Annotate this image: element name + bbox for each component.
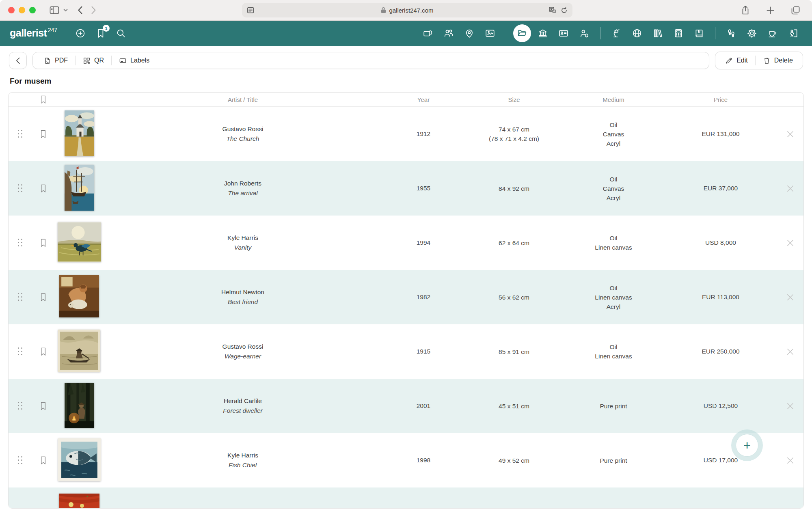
table-row[interactable]: Kyle Harris Fish Chief 1998 49 x 52 cm P… [9,433,803,487]
nav-logout[interactable] [784,24,802,42]
artist-name: Gustavo Rossi [104,124,381,134]
users-icon [443,28,454,39]
minimize-window-button[interactable] [19,7,25,13]
column-artist-title: Artist / Title [104,96,381,103]
nav-id-cards[interactable] [555,24,572,42]
drag-handle-icon[interactable] [18,402,23,410]
nav-settings[interactable] [743,24,761,42]
column-size: Size [466,96,562,103]
row-bookmark-icon[interactable] [39,129,48,139]
pdf-button[interactable]: PDF [36,52,75,69]
qr-button[interactable]: QR [76,52,111,69]
reload-icon[interactable] [561,7,568,14]
add-artwork-fab[interactable]: + [731,429,763,461]
artwork-thumbnail[interactable] [59,494,99,509]
table-row[interactable]: Gustavo Rossi Wage-earner 1915 85 x 91 c… [9,324,803,379]
drag-handle-icon[interactable] [18,239,23,247]
nav-collections[interactable] [513,24,531,42]
row-bookmark-icon[interactable] [39,238,48,248]
calculator-icon [673,28,684,39]
browser-chrome: gallerist247.com [0,0,812,21]
forward-button[interactable] [91,6,96,15]
remove-icon[interactable] [786,184,795,193]
artwork-price: USD 8,000 [665,239,777,246]
artist-name: Kyle Harris [104,233,381,243]
back-button[interactable] [78,6,83,15]
reader-icon [247,7,254,13]
new-tab-button[interactable] [767,6,774,14]
delete-button-label: Delete [774,57,793,64]
id-card-icon [558,28,569,39]
nav-contacts[interactable] [440,24,458,42]
row-bookmark-icon[interactable] [39,292,48,302]
nav-artworks[interactable] [419,24,437,42]
artwork-medium: OilLinen canvasAcryl [562,283,665,311]
drag-handle-icon[interactable] [18,184,23,192]
sidebar-toggle-button[interactable] [50,6,59,14]
nav-coffee[interactable] [764,24,782,42]
row-bookmark-icon[interactable] [39,347,48,357]
app-logo: gallerist247 [10,27,57,39]
nav-lamp[interactable] [607,24,625,42]
row-bookmark-icon[interactable] [39,183,48,194]
nav-institutions[interactable] [534,24,552,42]
tab-overview-button[interactable] [791,6,800,15]
remove-icon[interactable] [786,293,795,302]
nav-library[interactable] [649,24,667,42]
table-row[interactable]: Helmut Newton Best friend 1982 56 x 62 c… [9,270,803,324]
share-button[interactable] [741,5,749,15]
nav-divider [506,27,506,39]
add-button[interactable] [75,28,86,39]
remove-icon[interactable] [786,402,795,410]
table-row[interactable]: John Roberts The arrival 1955 84 x 92 cm… [9,161,803,216]
nav-mail[interactable] [481,24,499,42]
nav-catalog[interactable] [690,24,708,42]
remove-icon[interactable] [786,130,795,138]
drag-handle-icon[interactable] [18,347,23,356]
table-row[interactable]: Herald Carlile Forest dweller 2001 45 x … [9,379,803,433]
nav-divider [600,27,600,39]
nav-consultants[interactable] [575,24,593,42]
search-button[interactable] [116,28,126,39]
nav-footprints[interactable] [722,24,740,42]
artwork-size: 85 x 91 cm [466,347,562,356]
nav-calculator[interactable] [669,24,687,42]
edit-button[interactable]: Edit [718,52,755,69]
artwork-thumbnail[interactable] [65,165,94,211]
address-bar[interactable]: gallerist247.com [242,3,572,17]
artwork-thumbnail[interactable] [58,438,101,481]
lock-icon [381,7,386,13]
nav-globe[interactable] [628,24,646,42]
back-navigation-button[interactable] [9,52,27,69]
zoom-window-button[interactable] [29,7,36,13]
artwork-thumbnail[interactable] [59,275,99,317]
artwork-title: Forest dweller [104,406,381,416]
bookmarks-button[interactable]: 1 [95,28,106,39]
reader-controls[interactable] [247,7,254,13]
translate-icon[interactable] [549,7,557,13]
labels-button[interactable]: Labels [112,52,157,69]
artwork-thumbnail[interactable] [58,222,101,262]
remove-icon[interactable] [786,347,795,356]
nav-locations[interactable] [460,24,478,42]
artwork-year: 1998 [381,457,466,464]
table-row[interactable]: Kyle Harris Vanity 1994 62 x 64 cm OilLi… [9,216,803,270]
sidebar-dropdown-button[interactable] [63,9,68,12]
drag-handle-icon[interactable] [18,456,23,464]
remove-icon[interactable] [786,456,795,465]
drag-handle-icon[interactable] [18,130,23,138]
row-bookmark-icon[interactable] [39,401,48,411]
remove-icon[interactable] [786,239,795,247]
artwork-thumbnail[interactable] [65,110,94,156]
artwork-thumbnail[interactable] [58,330,100,372]
close-window-button[interactable] [8,7,15,13]
table-row[interactable] [9,487,803,509]
books-icon [652,28,663,39]
artwork-year: 1955 [381,185,466,192]
artwork-thumbnail[interactable] [65,383,94,428]
delete-button[interactable]: Delete [756,52,800,69]
table-row[interactable]: Gustavo Rossi The Church 1912 74 x 67 cm… [9,107,803,161]
row-bookmark-icon[interactable] [39,455,48,466]
app-header: gallerist247 1 [0,21,812,46]
drag-handle-icon[interactable] [18,293,23,301]
